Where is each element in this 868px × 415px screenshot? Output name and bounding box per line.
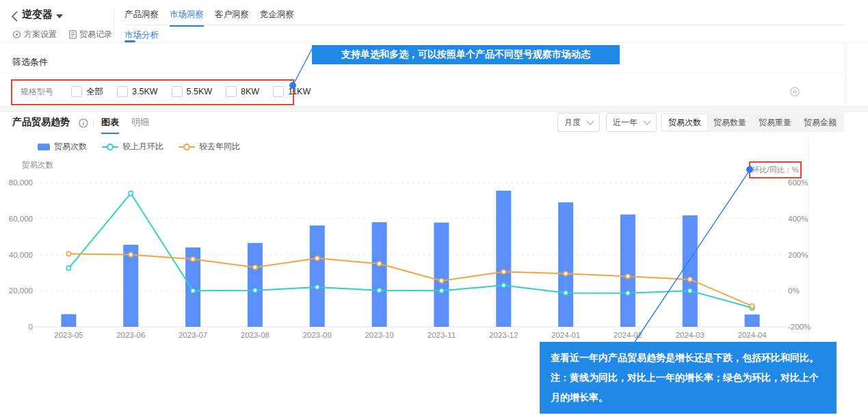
trade-trend-chart[interactable]: 80,000600%60,000400%40,000200%20,0000%0-…: [0, 159, 868, 347]
tabs-baseline: [124, 25, 845, 25]
bar-2024-04[interactable]: [745, 314, 760, 327]
checkbox-11kw[interactable]: 11KW: [273, 86, 311, 97]
right-axis-tick-label: 400%: [788, 215, 808, 223]
y-axis-tick-label: 80,000: [9, 178, 33, 187]
checkbox-label: 5.5KW: [187, 87, 213, 96]
checkbox-8kw[interactable]: 8KW: [226, 86, 259, 97]
right-axis-tick-label: 200%: [788, 251, 808, 259]
point-较去年同比-2023-08[interactable]: [253, 265, 257, 269]
legend-trade-count[interactable]: 贸易次数: [38, 141, 87, 152]
point-较上月环比-2023-08[interactable]: [253, 289, 257, 293]
point-较上月环比-2024-01[interactable]: [564, 291, 568, 295]
card-edge-line: [845, 43, 846, 106]
checkbox-box[interactable]: [226, 86, 237, 97]
chevron-down-icon: [643, 117, 650, 124]
y-axis-tick-label: 40,000: [9, 251, 33, 259]
point-较上月环比-2023-11[interactable]: [439, 289, 443, 293]
bar-2023-12[interactable]: [496, 191, 511, 327]
checkbox-box[interactable]: [273, 86, 284, 97]
legend-yoy-ratio[interactable]: 较去年同比: [179, 141, 240, 152]
spec-filter-row: 规格型号 全部 3.5KW 5.5KW 8KW 11KW: [21, 81, 324, 102]
point-较去年同比-2024-03[interactable]: [688, 277, 692, 281]
point-较去年同比-2023-10[interactable]: [377, 261, 381, 265]
checkbox-box[interactable]: [117, 86, 128, 97]
point-较去年同比-2024-04[interactable]: [750, 304, 754, 308]
legend-label: 较上月环比: [122, 141, 163, 152]
point-较上月环比-2023-06[interactable]: [129, 191, 133, 196]
point-较去年同比-2024-02[interactable]: [626, 274, 630, 278]
chevron-down-icon: [586, 117, 594, 124]
checkbox-3-5kw[interactable]: 3.5KW: [117, 86, 158, 97]
right-axis-tick-label: 600%: [788, 178, 808, 187]
bar-2024-01[interactable]: [558, 202, 573, 327]
scheme-settings-link[interactable]: 方案设置: [12, 29, 57, 40]
header-separator: [0, 42, 868, 43]
bar-2024-03[interactable]: [683, 215, 698, 327]
metric-segmented-control: 贸易次数 贸易数量 贸易重量 贸易金额: [661, 113, 844, 132]
x-axis-tick-label: 2024-01: [551, 331, 580, 339]
line-marker-icon: [179, 146, 195, 148]
point-较去年同比-2023-09[interactable]: [315, 256, 319, 260]
bar-2024-02[interactable]: [620, 215, 635, 327]
target-icon: [12, 30, 21, 39]
x-axis-tick-label: 2023-08: [241, 331, 269, 339]
line-marker-icon: [102, 146, 118, 148]
subtab-market-analysis[interactable]: 市场分析: [124, 29, 159, 41]
checkbox-label: 8KW: [241, 87, 259, 96]
trade-record-link[interactable]: 贸易记录: [69, 29, 112, 40]
period-select[interactable]: 月度: [557, 113, 600, 132]
bar-swatch-icon: [38, 144, 50, 150]
x-axis-tick-label: 2023-06: [116, 331, 145, 339]
point-较上月环比-2024-02[interactable]: [626, 291, 630, 295]
view-tab-detail[interactable]: 明细: [131, 116, 149, 134]
point-较上月环比-2023-05[interactable]: [66, 266, 70, 270]
x-axis-tick-label: 2023-09: [303, 331, 332, 339]
filter-section-title: 筛选条件: [12, 56, 48, 68]
checkbox-all[interactable]: 全部: [71, 86, 103, 98]
metric-trade-count-button[interactable]: 贸易次数: [662, 114, 707, 131]
point-较上月环比-2024-03[interactable]: [688, 289, 692, 293]
checkbox-box[interactable]: [172, 86, 183, 97]
point-较去年同比-2023-06[interactable]: [129, 252, 133, 256]
metric-trade-quantity-button[interactable]: 贸易数量: [707, 114, 752, 131]
checkbox-box[interactable]: [71, 86, 82, 97]
y-axis-tick-label: 20,000: [9, 286, 33, 295]
page-title[interactable]: 逆变器: [22, 8, 53, 21]
back-button[interactable]: [10, 10, 21, 23]
connector-line: [293, 46, 313, 85]
caret-down-icon[interactable]: [56, 14, 63, 18]
legend-mom-ratio[interactable]: 较上月环比: [102, 141, 163, 152]
bar-2023-05[interactable]: [61, 314, 76, 327]
right-axis-tick-label: -200%: [788, 323, 811, 331]
legend-label: 贸易次数: [54, 141, 87, 152]
x-axis-tick-label: 2024-04: [737, 331, 767, 339]
info-circle-icon[interactable]: [79, 118, 88, 128]
filter-tooltip: 支持单选和多选，可以按照单个产品不同型号观察市场动态: [312, 45, 620, 64]
metric-trade-amount-button[interactable]: 贸易金额: [798, 114, 843, 131]
point-较去年同比-2023-12[interactable]: [501, 269, 505, 273]
view-tab-chart[interactable]: 图表: [101, 116, 119, 134]
range-select[interactable]: 近一年: [606, 113, 657, 132]
checkbox-label: 3.5KW: [132, 87, 158, 96]
point-较去年同比-2024-01[interactable]: [564, 271, 568, 276]
checkbox-5-5kw[interactable]: 5.5KW: [172, 86, 213, 97]
bar-2023-08[interactable]: [248, 243, 263, 327]
point-较上月环比-2023-12[interactable]: [501, 283, 505, 287]
point-较上月环比-2023-07[interactable]: [191, 289, 195, 293]
filter-settings-icon[interactable]: [789, 86, 800, 97]
point-较去年同比-2023-05[interactable]: [66, 252, 70, 256]
right-axis-tick-label: 0%: [788, 286, 800, 295]
bar-2023-11[interactable]: [434, 223, 449, 327]
point-较去年同比-2023-07[interactable]: [191, 257, 195, 261]
checkbox-label: 全部: [86, 86, 103, 98]
point-较去年同比-2023-11[interactable]: [439, 279, 443, 283]
checkbox-label: 11KW: [288, 87, 311, 96]
x-axis-tick-label: 2024-03: [676, 331, 705, 339]
bar-2023-10[interactable]: [372, 222, 387, 327]
point-较上月环比-2023-09[interactable]: [315, 285, 319, 289]
section-gap: [0, 106, 868, 112]
point-较上月环比-2023-10[interactable]: [377, 289, 381, 293]
chart-tooltip-sentence1: 查看近一年内产品贸易趋势是增长还是下跌，包括环比和同比。: [551, 352, 819, 363]
bar-2023-09[interactable]: [310, 226, 325, 327]
metric-trade-weight-button[interactable]: 贸易重量: [752, 114, 798, 131]
